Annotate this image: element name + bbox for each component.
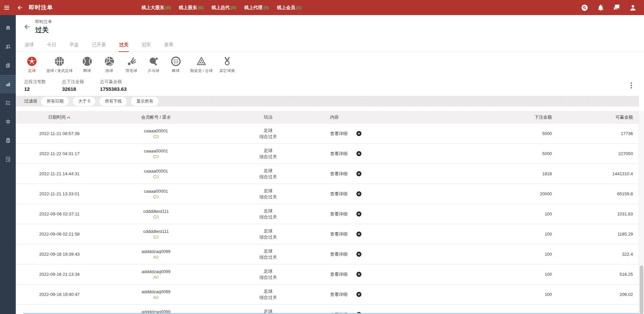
expand-button[interactable] [356, 292, 362, 297]
sport-snooker[interactable]: 斯诺克 / 台球 [190, 56, 213, 73]
sport-label: 排球 [105, 68, 113, 73]
filter-chip-all-downlines[interactable]: 所有下线 [99, 97, 127, 106]
menu-button[interactable] [0, 0, 13, 15]
users-icon [5, 43, 11, 50]
view-detail-link[interactable]: 查看详细 [330, 131, 347, 137]
account-name: addddzaq0099 [103, 289, 209, 295]
nav-online-general-agent[interactable]: 线上总代(0) [212, 5, 237, 11]
sport-baseball[interactable]: 棒球 [168, 56, 184, 73]
page-back-button[interactable] [21, 21, 33, 33]
nav-online-major-shareholder[interactable]: 线上大股东(0) [142, 5, 171, 11]
cell-content: 查看详细 [327, 191, 471, 197]
soccer-icon [27, 56, 37, 67]
cell-bet-amount: 20000 [471, 191, 552, 196]
sport-category-bar: 足球 篮球 / 美式足球 网球 排球 羽毛球 乒乓球 棒球 斯诺克 / 台球 [16, 52, 644, 76]
expand-button[interactable] [356, 271, 362, 277]
back-arrow-icon [23, 23, 31, 30]
search-button[interactable] [578, 0, 591, 15]
table-row: 2022-11-22 04:31:17 caaaa00001 C0 足球 综合过… [16, 144, 639, 164]
tab-champion[interactable]: 冠军 [141, 41, 151, 52]
filter-chip-all-dates[interactable]: 所有日期 [41, 97, 69, 106]
tab-rolling[interactable]: 滚球 [24, 41, 34, 52]
clipboard-icon [5, 137, 11, 144]
sport-badminton[interactable]: 羽毛球 [124, 56, 139, 73]
scrollbar-thumb[interactable] [640, 265, 643, 314]
sidebar-item-lists[interactable] [0, 93, 16, 112]
tab-started[interactable]: 已开赛 [92, 41, 106, 52]
plus-circle-icon [356, 151, 362, 156]
table-row: 2022-09-16 20:03:41 addddzaq0099 A0 足球 综… [16, 305, 639, 314]
play-sport: 足球 [209, 168, 328, 174]
header-datetime-sortable[interactable]: 日期时间 [16, 114, 103, 120]
nav-online-shareholder[interactable]: 线上股东(0) [179, 5, 204, 11]
sidebar-item-users[interactable] [0, 37, 16, 56]
sport-other[interactable]: 其它球类 [219, 56, 235, 73]
expand-button[interactable] [356, 171, 362, 177]
notifications-button[interactable] [594, 0, 607, 15]
sport-table-tennis[interactable]: 乒乓球 [146, 56, 161, 73]
table-row: 2022-09-06 02:21:58 cddddtest111 C0 足球 综… [16, 224, 639, 244]
sport-tennis[interactable]: 网球 [80, 56, 95, 73]
tab-results[interactable]: 赛果 [164, 41, 174, 52]
stat-value: 1755383.63 [100, 86, 127, 92]
view-detail-link[interactable]: 查看详细 [330, 191, 347, 197]
cell-datetime: 2022-09-16 21:13:34 [16, 272, 103, 277]
view-detail-link[interactable]: 查看详细 [330, 171, 347, 177]
account-button[interactable] [627, 0, 639, 15]
market-tabs: 滚球 今日 早盘 已开赛 过关 冠军 赛果 [16, 41, 644, 52]
cell-content: 查看详细 [327, 151, 471, 157]
view-detail-link[interactable]: 查看详细 [330, 231, 347, 237]
header-content: 内容 [327, 114, 471, 120]
filter-chip-show-all[interactable]: 显示所有 [131, 97, 158, 106]
sidebar-item-reports-chart[interactable] [0, 75, 16, 93]
tab-parlay[interactable]: 过关 [119, 41, 129, 52]
account-name: caaaa00001 [103, 188, 209, 194]
view-detail-link[interactable]: 查看详细 [330, 251, 347, 257]
sidebar-item-settings[interactable] [0, 112, 16, 131]
expand-button[interactable] [356, 231, 362, 237]
sidebar-item-news[interactable] [0, 56, 16, 75]
tab-today[interactable]: 今日 [47, 41, 57, 52]
cell-bet-amount: 100 [471, 232, 552, 237]
account-tier: C0 [103, 154, 209, 160]
sidebar-item-report-edit[interactable] [0, 150, 16, 169]
view-detail-link[interactable]: 查看详细 [330, 292, 347, 298]
sidebar-item-home[interactable] [0, 18, 16, 37]
expand-button[interactable] [356, 151, 362, 156]
view-detail-link[interactable]: 查看详细 [330, 271, 347, 277]
table-row: 2022-11-21 13:33:01 caaaa00001 C0 足球 综合过… [16, 184, 639, 204]
nav-online-member[interactable]: 线上会员(1) [277, 5, 302, 11]
cell-datetime: 2022-11-21 13:33:01 [16, 191, 103, 196]
cell-bet-amount: 1818 [471, 171, 552, 176]
sport-basketball[interactable]: 篮球 / 美式足球 [46, 56, 73, 73]
sidebar-item-clipboard[interactable] [0, 131, 16, 150]
nav-count: (0) [263, 5, 269, 10]
account-tier: C0 [103, 134, 209, 139]
topbar-back-button[interactable] [13, 0, 27, 15]
baseball-icon [170, 56, 181, 67]
filter-chip-greater-than-zero[interactable]: 大于 0 [73, 97, 95, 106]
play-type: 综合过关 [209, 174, 328, 180]
cell-content: 查看详细 [327, 211, 471, 217]
more-options-button[interactable] [627, 81, 635, 90]
sort-asc-icon [67, 116, 70, 119]
expand-button[interactable] [356, 251, 362, 257]
cell-bet-amount: 100 [471, 211, 552, 216]
expand-button[interactable] [356, 211, 362, 217]
sport-volleyball[interactable]: 排球 [102, 56, 117, 73]
view-detail-link[interactable]: 查看详细 [330, 211, 347, 217]
expand-button[interactable] [356, 131, 362, 136]
expand-button[interactable] [356, 191, 362, 197]
account-tier: A0 [103, 254, 209, 260]
table-row: 2022-09-16 21:13:34 addddzaq0099 A0 足球 综… [16, 264, 639, 285]
account-tier: A0 [103, 295, 209, 300]
tab-early[interactable]: 早盘 [69, 41, 79, 52]
account-tier: C0 [103, 214, 209, 220]
nav-online-agent[interactable]: 线上代理(0) [244, 5, 269, 11]
view-detail-link[interactable]: 查看详细 [330, 151, 347, 157]
sport-soccer[interactable]: 足球 [24, 56, 40, 73]
plus-circle-icon [356, 191, 362, 197]
play-sport: 足球 [209, 148, 328, 154]
account-name: caaaa00001 [103, 128, 209, 134]
messages-button[interactable] [610, 0, 623, 15]
